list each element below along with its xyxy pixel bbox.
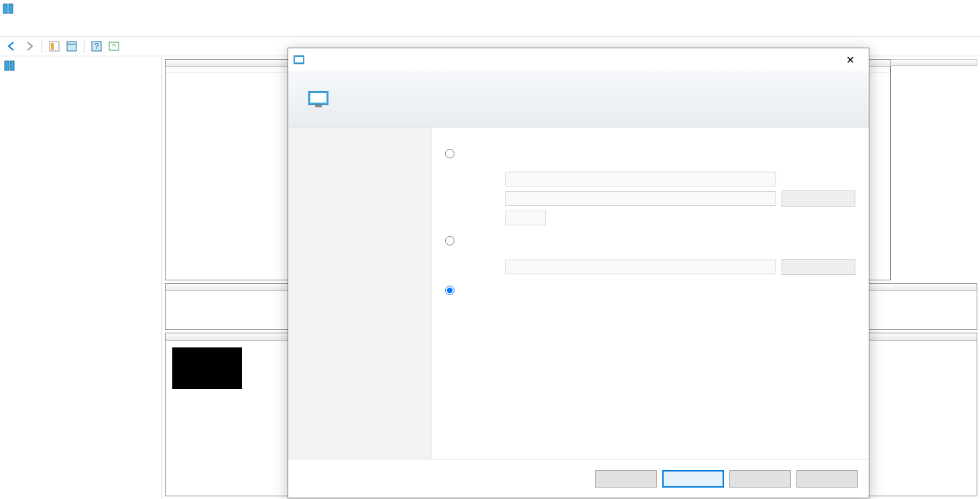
cancel-button[interactable]	[796, 470, 858, 488]
wizard-titlebar[interactable]: ✕	[288, 48, 869, 71]
vhd-path-input	[505, 191, 776, 206]
finish-button[interactable]	[729, 470, 791, 488]
existing-path-input	[505, 260, 776, 274]
svg-rect-14	[310, 93, 326, 103]
browse-button-1	[782, 190, 855, 207]
create-vhd-form	[460, 172, 855, 225]
nav-back-icon[interactable]	[4, 38, 20, 54]
refresh-icon[interactable]	[106, 38, 122, 54]
svg-rect-12	[295, 57, 303, 62]
svg-rect-15	[315, 105, 322, 107]
radio-attach-later[interactable]	[445, 286, 454, 295]
properties-icon[interactable]	[64, 38, 80, 54]
wizard-footer	[288, 459, 869, 498]
tree-pane	[0, 56, 162, 499]
wizard-nav	[288, 127, 432, 459]
menu-action[interactable]	[20, 24, 34, 30]
back-button[interactable]	[595, 470, 657, 488]
svg-rect-8	[109, 42, 119, 50]
vhd-name-input	[505, 172, 776, 186]
tree-root[interactable]	[0, 59, 162, 72]
existing-vhd-form	[460, 259, 855, 275]
svg-text:?: ?	[95, 42, 99, 51]
config-column	[890, 59, 977, 280]
opt-attach-later[interactable]	[445, 286, 855, 295]
browse-button-2	[782, 259, 855, 275]
svg-rect-3	[51, 43, 54, 50]
col-config[interactable]	[890, 59, 977, 66]
svg-rect-9	[5, 61, 9, 70]
menu-file[interactable]	[5, 24, 19, 30]
menu-bar	[0, 17, 980, 36]
new-vm-wizard: ✕	[288, 48, 869, 498]
toolbar-separator	[42, 40, 42, 53]
close-icon[interactable]: ✕	[837, 50, 863, 69]
vhd-size-input	[505, 211, 546, 225]
menu-view[interactable]	[35, 24, 48, 30]
svg-rect-0	[3, 4, 7, 13]
svg-rect-1	[9, 4, 13, 13]
window-titlebar	[0, 0, 980, 17]
svg-rect-4	[67, 42, 76, 51]
show-hide-tree-icon[interactable]	[46, 38, 62, 54]
wizard-content	[432, 127, 869, 459]
nav-forward-icon[interactable]	[21, 38, 38, 54]
app-icon	[3, 3, 13, 14]
radio-create-vhd[interactable]	[445, 149, 454, 158]
svg-rect-10	[10, 61, 14, 70]
wizard-icon	[294, 54, 304, 65]
monitor-icon	[308, 91, 328, 107]
menu-help[interactable]	[50, 24, 63, 30]
help-icon[interactable]: ?	[88, 38, 105, 54]
next-button[interactable]	[662, 470, 724, 488]
radio-use-existing[interactable]	[445, 236, 454, 245]
opt-create-vhd[interactable]	[445, 149, 855, 158]
opt-use-existing-vhd[interactable]	[445, 236, 855, 245]
toolbar-separator	[84, 40, 84, 53]
server-manager-icon	[4, 60, 15, 71]
vm-thumbnail	[172, 347, 242, 389]
wizard-header	[288, 71, 869, 127]
